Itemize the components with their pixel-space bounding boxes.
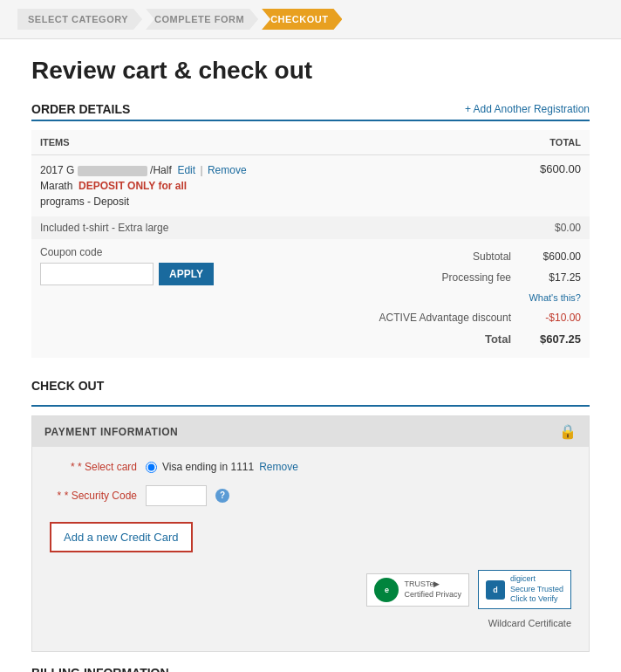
edit-link[interactable]: Edit bbox=[177, 164, 195, 176]
security-code-input[interactable] bbox=[146, 485, 207, 506]
help-icon[interactable]: ? bbox=[215, 489, 229, 503]
coupon-input[interactable] bbox=[40, 263, 154, 285]
tshirt-row: Included t-shirt - Extra large $0.00 bbox=[31, 216, 590, 239]
order-details-header: ORDER DETAILS + Add Another Registration bbox=[31, 102, 590, 121]
billing-section-title: BILLING INFORMATION bbox=[31, 666, 590, 672]
truste-badge[interactable]: e TRUSTe▶ Certified Privacy bbox=[366, 573, 469, 607]
trust-badges: e TRUSTe▶ Certified Privacy d digicert S… bbox=[50, 570, 571, 609]
add-credit-card-button[interactable]: Add a new Credit Card bbox=[50, 522, 193, 552]
table-row: 2017 G /Half Edit | Remove Marath DEPOSI… bbox=[31, 155, 590, 217]
discount-value: -$10.00 bbox=[529, 307, 581, 328]
security-code-label: * * Security Code bbox=[50, 490, 137, 502]
visa-option: Visa ending in 1111 Remove bbox=[146, 461, 298, 473]
page-title: Review cart & check out bbox=[31, 57, 590, 85]
tshirt-description: Included t-shirt - Extra large bbox=[31, 216, 338, 239]
visa-radio[interactable] bbox=[146, 462, 157, 473]
payment-info-title: PAYMENT INFORMATION bbox=[44, 426, 178, 438]
item-name: 2017 G /Half Edit | Remove Marath DEPOSI… bbox=[40, 162, 330, 209]
select-card-row: * * Select card Visa ending in 1111 Remo… bbox=[50, 461, 571, 473]
add-registration-link[interactable]: + Add Another Registration bbox=[465, 103, 590, 115]
digicert-badge[interactable]: d digicert Secure Trusted Click to Verif… bbox=[478, 570, 571, 609]
security-code-row: * * Security Code ? bbox=[50, 485, 571, 506]
subtotal-label: Subtotal bbox=[473, 246, 511, 267]
redacted-name bbox=[78, 166, 147, 176]
coupon-label: Coupon code bbox=[40, 246, 330, 258]
digicert-logo: d bbox=[486, 580, 505, 600]
col-items: ITEMS bbox=[31, 130, 338, 155]
apply-coupon-button[interactable]: APPLY bbox=[159, 263, 214, 285]
deposit-notice: DEPOSIT ONLY for all bbox=[78, 180, 187, 192]
discount-label: ACTIVE Advantage discount bbox=[379, 307, 511, 328]
order-details-title: ORDER DETAILS bbox=[31, 102, 130, 116]
total-value: $607.25 bbox=[529, 328, 581, 351]
subtotal-value: $600.00 bbox=[529, 246, 581, 267]
truste-text: TRUSTe▶ Certified Privacy bbox=[404, 579, 461, 600]
coupon-totals-row: Coupon code APPLY Subtotal $600.00 Proce… bbox=[31, 239, 590, 358]
visa-text: Visa ending in 1111 bbox=[162, 461, 254, 473]
tshirt-price: $0.00 bbox=[338, 216, 590, 239]
totals-section: Subtotal $600.00 Processing fee $17.25 W… bbox=[347, 246, 581, 351]
select-card-label: * * Select card bbox=[50, 461, 137, 473]
breadcrumb-step-select-category[interactable]: SELECT CATEGORY bbox=[17, 9, 142, 30]
checkout-title: CHECK OUT bbox=[31, 379, 104, 393]
whats-this-link[interactable]: What's this? bbox=[529, 288, 581, 307]
breadcrumb-step-complete-form[interactable]: COMPLETE FORM bbox=[146, 9, 258, 30]
col-total: TOTAL bbox=[338, 130, 590, 155]
lock-icon: 🔒 bbox=[559, 423, 577, 440]
total-label: Total bbox=[485, 328, 511, 351]
remove-link[interactable]: Remove bbox=[208, 164, 247, 176]
payment-info-box: PAYMENT INFORMATION 🔒 * * Select card Vi… bbox=[31, 415, 590, 652]
item-actions: Edit | Remove bbox=[174, 164, 247, 176]
payment-info-header: PAYMENT INFORMATION 🔒 bbox=[32, 416, 589, 447]
breadcrumb-step-checkout[interactable]: CHECKOUT bbox=[262, 9, 342, 30]
item-price: $600.00 bbox=[338, 155, 590, 217]
processing-fee-value: $17.25 bbox=[529, 267, 581, 288]
checkout-header: CHECK OUT bbox=[31, 379, 590, 407]
checkout-section: CHECK OUT PAYMENT INFORMATION 🔒 * * Sele… bbox=[31, 379, 590, 652]
truste-logo: e bbox=[374, 578, 399, 602]
digicert-text: digicert Secure Trusted Click to Verify bbox=[510, 574, 563, 605]
processing-fee-label: Processing fee bbox=[442, 267, 511, 288]
remove-card-link[interactable]: Remove bbox=[259, 461, 298, 473]
breadcrumb: SELECT CATEGORY COMPLETE FORM CHECKOUT bbox=[0, 0, 621, 39]
payment-info-body: * * Select card Visa ending in 1111 Remo… bbox=[32, 447, 589, 651]
order-table: ITEMS TOTAL 2017 G /Half Edit | Remove bbox=[31, 130, 590, 358]
wildcard-text: Wildcard Certificate bbox=[50, 618, 571, 628]
